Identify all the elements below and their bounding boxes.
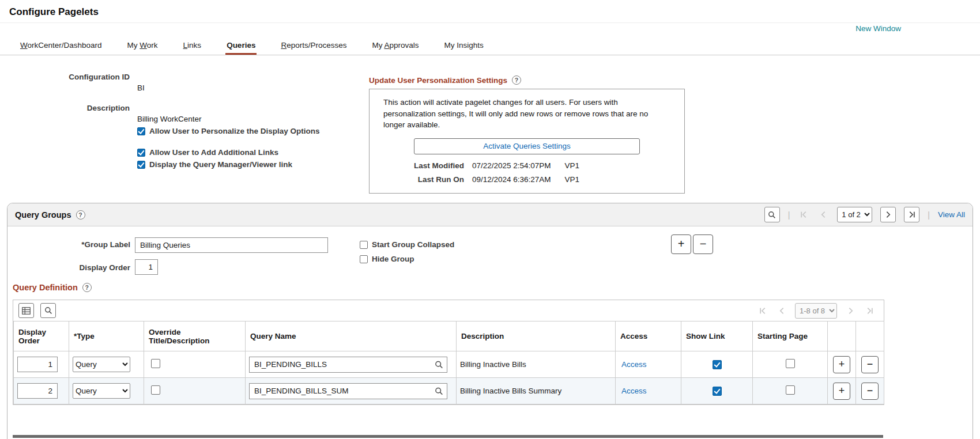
group-label-label: *Group Label: [7, 240, 130, 249]
show-link-checkbox[interactable]: [713, 360, 722, 369]
column-header: Display Order: [14, 321, 69, 351]
search-button[interactable]: [764, 207, 780, 222]
page-title: Configure Pagelets: [0, 0, 980, 23]
tab-my-insights[interactable]: My Insights: [443, 36, 485, 55]
start-group-collapsed-label: Start Group Collapsed: [372, 240, 454, 249]
tab-links[interactable]: Links: [182, 36, 203, 55]
hide-group-checkbox[interactable]: [360, 255, 368, 263]
personalization-heading: Update User Personalization Settings: [369, 76, 507, 85]
last-run-user: VP1: [565, 175, 580, 184]
column-header-blank: [856, 321, 884, 351]
add-row-button[interactable]: +: [833, 383, 850, 400]
view-all-link[interactable]: View All: [938, 210, 965, 219]
access-link[interactable]: Access: [621, 360, 647, 369]
display-option-row: Allow User to Add Additional Links: [137, 148, 355, 157]
start-group-collapsed-checkbox[interactable]: [360, 241, 368, 249]
type-select[interactable]: Query: [73, 357, 130, 372]
delete-group-button[interactable]: −: [693, 234, 713, 254]
new-window-row: New Window: [0, 23, 980, 35]
column-header: Description: [457, 321, 616, 351]
grid-search-button[interactable]: [40, 303, 56, 318]
display-option-row: Display the Query Manager/Viewer link: [137, 160, 355, 169]
clipped-content-edge: [13, 435, 883, 438]
query-groups-body: *Group Label Start Group Collapsed Hide …: [7, 226, 973, 439]
next-page-button[interactable]: [880, 207, 896, 222]
previous-page-icon: [817, 207, 829, 222]
row-range-select[interactable]: 1-8 of 8: [795, 303, 837, 319]
last-page-button[interactable]: [904, 207, 919, 222]
search-icon: [44, 306, 52, 315]
add-row-button[interactable]: +: [833, 356, 850, 373]
query-groups-pagination: | 1 of 2 | View All: [764, 207, 965, 222]
group-label-input[interactable]: [135, 237, 328, 253]
search-icon[interactable]: [435, 360, 443, 369]
page-select[interactable]: 1 of 2: [837, 207, 872, 222]
hide-group-row: Hide Group: [360, 255, 414, 263]
last-page-icon: [864, 303, 875, 319]
last-page-icon: [908, 211, 915, 218]
new-window-link[interactable]: New Window: [855, 24, 901, 33]
personalization-panel: Update User Personalization Settings ? T…: [369, 75, 685, 194]
type-select[interactable]: Query: [73, 383, 130, 399]
last-modified-row: Last Modified 07/22/2025 2:54:07PM VP1: [383, 161, 670, 170]
column-header: Starting Page: [753, 321, 828, 351]
display-order-input[interactable]: [135, 259, 158, 275]
override-checkbox[interactable]: [151, 385, 160, 395]
column-header-blank: [828, 321, 856, 351]
last-modified-user: VP1: [565, 161, 580, 170]
configuration-section: Configuration ID BI Description Billing …: [0, 73, 355, 169]
grid-pagination: 1-8 of 8: [757, 303, 879, 319]
delete-row-button[interactable]: −: [861, 383, 879, 400]
help-icon[interactable]: ?: [82, 283, 92, 292]
add-group-button[interactable]: +: [671, 234, 691, 254]
access-link[interactable]: Access: [621, 387, 647, 395]
display-option-row: Allow User to Personalize the Display Op…: [137, 127, 355, 135]
option-checkbox[interactable]: [137, 127, 145, 135]
help-icon[interactable]: ?: [76, 210, 85, 220]
option-checkbox[interactable]: [137, 149, 145, 157]
configuration-id-value: BI: [137, 84, 355, 92]
delete-row-button[interactable]: −: [861, 356, 879, 373]
starting-page-checkbox[interactable]: [786, 385, 795, 395]
first-page-icon: [798, 207, 809, 222]
configure-pagelets-page: Configure Pagelets New Window WorkCenter…: [0, 0, 980, 439]
column-header: Query Name: [246, 321, 457, 351]
column-header: Override Title/Description: [144, 321, 246, 351]
hide-group-label: Hide Group: [372, 255, 414, 263]
query-name-lookup: [249, 357, 447, 373]
query-definition-heading: Query Definition: [13, 283, 78, 292]
table-body: Query Billing Inactive Bills Access + − …: [14, 351, 884, 404]
first-page-icon: [757, 303, 768, 319]
query-description: Billing Inactive Bills Summary: [457, 378, 616, 404]
option-checkbox[interactable]: [137, 161, 145, 169]
tab-reports-processes[interactable]: Reports/Processes: [280, 36, 348, 55]
query-name-input[interactable]: [249, 357, 447, 373]
tab-workcenter-dashboard[interactable]: WorkCenter/Dashboard: [19, 36, 103, 55]
display-order-input[interactable]: [17, 383, 58, 399]
help-icon[interactable]: ?: [512, 75, 521, 85]
query-definition-header: Query Definition ?: [13, 283, 92, 292]
tab-my-work[interactable]: My Work: [126, 36, 159, 55]
grid-personalize-button[interactable]: [18, 303, 34, 318]
display-order-input[interactable]: [17, 357, 58, 372]
description-label: Description: [0, 104, 130, 112]
start-group-collapsed-row: Start Group Collapsed: [360, 240, 454, 249]
query-groups-box: Query Groups ? | 1 of 2: [7, 203, 973, 439]
option-label: Allow User to Personalize the Display Op…: [149, 127, 320, 135]
search-icon[interactable]: [435, 387, 443, 395]
override-checkbox[interactable]: [151, 359, 160, 368]
starting-page-checkbox[interactable]: [786, 359, 795, 368]
search-icon: [768, 211, 776, 219]
tab-my-approvals[interactable]: My Approvals: [371, 36, 420, 55]
query-name-input[interactable]: [249, 383, 447, 399]
separator: |: [788, 210, 790, 220]
activate-queries-settings-button[interactable]: Activate Queries Settings: [414, 138, 640, 154]
option-label: Allow User to Add Additional Links: [149, 148, 278, 157]
query-groups-heading: Query Groups: [15, 210, 71, 220]
last-run-label: Last Run On: [383, 175, 464, 184]
tab-bar: WorkCenter/DashboardMy WorkLinksQueriesR…: [0, 35, 980, 55]
next-page-icon: [845, 303, 856, 319]
tab-queries[interactable]: Queries: [225, 36, 257, 55]
show-link-checkbox[interactable]: [713, 387, 722, 396]
query-description: Billing Inactive Bills: [457, 351, 616, 378]
